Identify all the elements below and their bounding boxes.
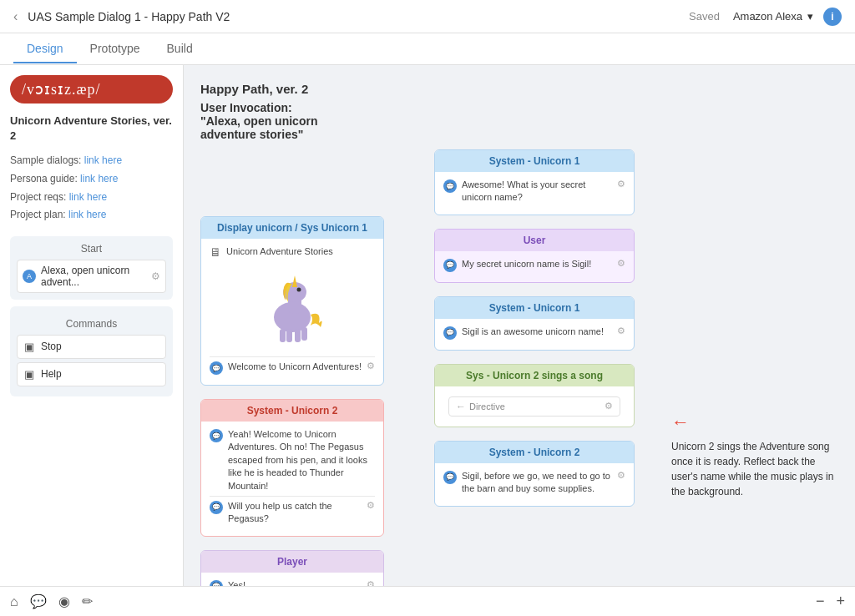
node-display-unicorn[interactable]: Display unicorn / Sys Unicorn 1 🖥 Unicor…	[200, 216, 384, 386]
zoom-in-button[interactable]: +	[836, 593, 845, 610]
node-system-unicorn2-bottom[interactable]: System - Unicorn 2 💬 Sigil, before we go…	[434, 441, 635, 507]
node-unicorn1-top-text: Awesome! What is your secret unicorn nam…	[462, 179, 612, 204]
unicorn1-top-gear: ⚙	[617, 179, 625, 189]
node-unicorn1-bottom-text: Sigil is an awesome unicorn name!	[462, 326, 612, 338]
zoom-out-button[interactable]: −	[816, 593, 825, 610]
node-player-text-row: 💬 Yes! ⚙	[210, 579, 375, 586]
node-system-unicorn1-top-header: System - Unicorn 1	[435, 150, 634, 172]
stop-label: Stop	[41, 341, 62, 352]
chat-icon[interactable]: 💬	[30, 593, 47, 609]
start-label: Start	[17, 243, 166, 255]
canvas-subtitle-line2: "Alexa, open unicorn	[200, 114, 838, 128]
home-icon[interactable]: ⌂	[10, 594, 18, 609]
tab-build[interactable]: Build	[154, 35, 206, 63]
bottom-toolbar: ⌂ 💬 ◉ ✏ − +	[0, 586, 855, 616]
unicorn1-bottom-gear: ⚙	[617, 326, 625, 336]
node-unicorn1-top-row: 💬 Awesome! What is your secret unicorn n…	[443, 179, 625, 204]
main-layout: /vɔɪsɪz.æp/ Unicorn Adventure Stories, v…	[0, 65, 855, 586]
node-system-unicorn1-bottom[interactable]: System - Unicorn 1 💬 Sigil is an awesome…	[434, 296, 635, 351]
node-player-header: Player	[201, 551, 383, 573]
svg-rect-8	[301, 327, 307, 341]
link-row-sample: Sample dialogs: link here	[10, 152, 173, 170]
node-display-unicorn-header: Display unicorn / Sys Unicorn 1	[201, 217, 383, 239]
unicorn-illustration	[259, 269, 326, 344]
right-column: System - Unicorn 1 💬 Awesome! What is yo…	[434, 149, 635, 586]
node-unicorn2-bottom-row: 💬 Sigil, before we go, we need to go to …	[443, 470, 625, 496]
project-plan-link[interactable]: link here	[68, 209, 106, 220]
node-player-body: 💬 Yes! ⚙	[201, 573, 383, 586]
node-system-unicorn2[interactable]: System - Unicorn 2 💬 Yeah! Welcome to Un…	[200, 399, 384, 537]
node-sings-header: Sys - Unicorn 2 sings a song	[435, 365, 634, 386]
directive-arrow-icon: ←	[456, 401, 466, 412]
player-gear-icon: ⚙	[367, 579, 375, 586]
user-gear-icon: ⚙	[617, 258, 625, 269]
canvas: Happy Path, ver. 2 User Invocation: "Ale…	[184, 65, 855, 586]
node-welcome-text: Welcome to Unicorn Adventures!	[228, 361, 362, 373]
welcome-gear-icon: ⚙	[367, 361, 375, 371]
start-item-text: Alexa, open unicorn advent...	[41, 265, 146, 288]
node-user[interactable]: User 💬 My secret unicorn name is Sigil! …	[434, 229, 635, 283]
unicorn2-bottom-gear: ⚙	[617, 470, 625, 481]
commands-label: Commands	[17, 318, 166, 330]
page-title: UAS Sample Dialog 1 - Happy Path V2	[28, 10, 689, 23]
directive-row: ← Directive ⚙	[448, 396, 620, 417]
svg-rect-6	[286, 329, 292, 342]
left-column: Display unicorn / Sys Unicorn 1 🖥 Unicor…	[200, 216, 392, 586]
canvas-header: Happy Path, ver. 2 User Invocation: "Ale…	[200, 82, 838, 141]
saved-status: Saved	[689, 10, 720, 23]
canvas-subtitle-line1: User Invocation:	[200, 101, 838, 114]
node-unicorn2-text1: Yeah! Welcome to Unicorn Adventures. Oh …	[228, 428, 375, 492]
node-app-title-text: Unicorn Adventure Stories	[226, 245, 375, 258]
command-help[interactable]: ▣ Help	[17, 362, 166, 386]
node-display-unicorn-body: 🖥 Unicorn Adventure Stories	[201, 239, 383, 385]
node-sings-song[interactable]: Sys - Unicorn 2 sings a song ← Directive…	[434, 364, 635, 427]
welcome-bubble-icon: 💬	[210, 361, 223, 375]
sample-dialogs-link[interactable]: link here	[84, 154, 122, 166]
user-bubble-icon: 💬	[443, 259, 457, 272]
node-system-unicorn2-header: System - Unicorn 2	[201, 400, 383, 422]
user-name: Amazon Alexa	[733, 10, 802, 23]
node-user-text-row: 💬 My secret unicorn name is Sigil! ⚙	[443, 258, 625, 272]
app-title: Unicorn Adventure Stories, ver. 2	[10, 114, 173, 144]
node-system-unicorn1-bottom-header: System - Unicorn 1	[435, 297, 634, 319]
canvas-subtitle-line3: adventure stories"	[200, 128, 838, 141]
directive-gear: ⚙	[605, 401, 613, 412]
node-system-unicorn1-top[interactable]: System - Unicorn 1 💬 Awesome! What is yo…	[434, 149, 635, 215]
start-item-row[interactable]: A Alexa, open unicorn advent... ⚙	[17, 260, 166, 293]
svg-rect-5	[280, 329, 286, 342]
unicorn1-top-icon: 💬	[443, 179, 457, 193]
sidebar: /vɔɪsɪz.æp/ Unicorn Adventure Stories, v…	[0, 65, 184, 586]
canvas-title: Happy Path, ver. 2	[200, 82, 838, 96]
command-stop[interactable]: ▣ Stop	[17, 335, 166, 359]
unicorn1-bottom-icon: 💬	[443, 326, 457, 340]
info-button[interactable]: i	[823, 8, 842, 26]
annotation-panel: ← Unicorn 2 sings the Adventure song onc…	[671, 408, 838, 499]
back-button[interactable]: ‹	[13, 9, 18, 24]
logo: /vɔɪsɪz.æp/	[10, 75, 173, 104]
persona-guide-link[interactable]: link here	[80, 173, 118, 184]
tab-prototype[interactable]: Prototype	[77, 35, 154, 63]
edit-icon[interactable]: ✏	[82, 593, 93, 609]
node-unicorn2-bottom-text: Sigil, before we go, we need to go to th…	[462, 470, 612, 496]
project-reqs-link[interactable]: link here	[69, 191, 107, 203]
start-section: Start A Alexa, open unicorn advent... ⚙	[10, 236, 173, 300]
node-player-text: Yes!	[228, 579, 362, 586]
node-system-unicorn1-bottom-body: 💬 Sigil is an awesome unicorn name! ⚙	[435, 319, 634, 350]
comment-icon[interactable]: ◉	[58, 593, 70, 609]
annotation-text: Unicorn 2 sings the Adventure song once …	[671, 439, 838, 499]
tab-design[interactable]: Design	[13, 35, 77, 63]
node-user-text: My secret unicorn name is Sigil!	[462, 258, 612, 270]
svg-point-4	[297, 288, 301, 292]
node-player[interactable]: Player 💬 Yes! ⚙	[200, 550, 384, 586]
help-label: Help	[41, 368, 62, 380]
logo-text: /vɔɪsɪz.æp/	[22, 81, 101, 98]
red-arrow-icon: ←	[671, 408, 690, 436]
link-row-plan: Project plan: link here	[10, 206, 173, 225]
node-system-unicorn2-body: 💬 Yeah! Welcome to Unicorn Adventures. O…	[201, 422, 383, 536]
tab-bar: Design Prototype Build	[0, 33, 855, 65]
node-sings-body: ← Directive ⚙	[435, 386, 634, 427]
unicorn-image-area	[210, 262, 375, 353]
stop-cmd-icon: ▣	[24, 341, 34, 353]
player-bubble-icon: 💬	[210, 580, 223, 586]
user-menu[interactable]: Amazon Alexa ▾	[733, 10, 813, 23]
